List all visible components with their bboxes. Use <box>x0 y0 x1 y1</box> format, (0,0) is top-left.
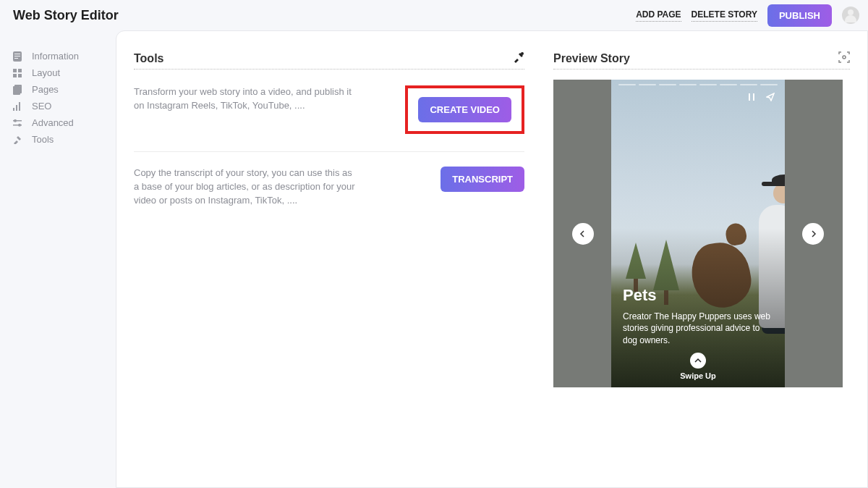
app-title: Web Story Editor <box>9 8 119 23</box>
layout-icon <box>12 69 23 77</box>
share-icon[interactable] <box>766 91 775 104</box>
transcript-desc: Copy the transcript of your story, you c… <box>134 167 358 208</box>
story-card[interactable]: Pets Creator The Happy Puppers uses web … <box>611 80 785 387</box>
svg-point-16 <box>14 119 17 122</box>
svg-point-17 <box>18 123 21 126</box>
svg-rect-5 <box>18 69 22 72</box>
preview-panel-title: Preview Story <box>553 52 630 65</box>
sidebar-item-advanced[interactable]: Advanced <box>7 114 116 131</box>
create-video-desc: Transform your web story into a video, a… <box>134 85 358 113</box>
tools-icon <box>12 135 23 144</box>
tool-row-transcript: Copy the transcript of your story, you c… <box>134 167 524 225</box>
sidebar-item-information[interactable]: Information <box>7 48 116 64</box>
transcript-button[interactable]: TRANSCRIPT <box>441 167 524 192</box>
preview-stage: Pets Creator The Happy Puppers uses web … <box>553 80 843 387</box>
preview-prev-button[interactable] <box>572 223 594 245</box>
sidebar-item-label: Pages <box>32 84 59 95</box>
sidebar-item-label: Advanced <box>32 117 74 128</box>
svg-rect-3 <box>14 58 18 59</box>
chevron-up-icon <box>690 353 706 369</box>
svg-point-18 <box>521 52 524 55</box>
content-area: Tools Transform your web story into a vi… <box>116 30 868 488</box>
delete-story-link[interactable]: DELETE STORY <box>692 9 757 22</box>
sidebar-item-label: SEO <box>32 101 51 112</box>
swipe-up[interactable]: Swipe Up <box>611 353 785 380</box>
publish-button[interactable]: PUBLISH <box>767 4 832 27</box>
swipe-up-label: Swipe Up <box>680 371 716 380</box>
pause-icon[interactable] <box>747 91 756 104</box>
tools-panel-header: Tools <box>134 51 524 70</box>
tools-panel-title: Tools <box>134 52 163 65</box>
story-heading: Pets <box>623 286 776 305</box>
header-actions: ADD PAGE DELETE STORY PUBLISH <box>636 4 859 27</box>
highlight-box: CREATE VIDEO <box>405 85 524 134</box>
tools-panel: Tools Transform your web story into a vi… <box>134 51 524 467</box>
svg-rect-4 <box>13 69 17 72</box>
chart-icon <box>12 102 23 111</box>
sliders-icon <box>12 119 23 127</box>
create-video-button[interactable]: CREATE VIDEO <box>418 97 511 122</box>
story-top-controls <box>747 91 775 104</box>
svg-rect-13 <box>19 102 20 111</box>
pages-icon <box>12 85 23 95</box>
svg-rect-12 <box>16 105 17 111</box>
sidebar-item-label: Tools <box>32 134 54 145</box>
tool-row-create-video: Transform your web story into a video, a… <box>134 85 524 152</box>
progress-bar <box>618 84 778 85</box>
wrench-icon <box>513 51 524 66</box>
scan-icon[interactable] <box>838 51 850 66</box>
sidebar: Information Layout Pages SEO Advanced <box>0 30 116 488</box>
svg-rect-11 <box>13 108 14 111</box>
svg-rect-7 <box>18 74 22 77</box>
sidebar-item-layout[interactable]: Layout <box>7 64 116 81</box>
story-text: Pets Creator The Happy Puppers uses web … <box>623 286 776 347</box>
svg-rect-10 <box>13 86 20 95</box>
sidebar-item-label: Information <box>32 51 79 62</box>
svg-rect-1 <box>14 54 20 54</box>
sidebar-item-tools[interactable]: Tools <box>7 131 116 148</box>
avatar[interactable] <box>842 7 859 24</box>
svg-rect-6 <box>13 74 17 77</box>
document-icon <box>12 51 23 62</box>
sidebar-item-label: Layout <box>32 67 60 78</box>
preview-panel-header: Preview Story <box>553 51 850 70</box>
svg-rect-2 <box>14 56 20 56</box>
story-subheading: Creator The Happy Puppers uses web stori… <box>623 311 776 347</box>
svg-point-19 <box>843 56 846 59</box>
preview-panel: Preview Story <box>553 51 850 467</box>
app-header: Web Story Editor ADD PAGE DELETE STORY P… <box>0 0 868 30</box>
add-page-link[interactable]: ADD PAGE <box>636 9 681 22</box>
preview-next-button[interactable] <box>802 223 824 245</box>
sidebar-item-seo[interactable]: SEO <box>7 98 116 114</box>
sidebar-item-pages[interactable]: Pages <box>7 81 116 98</box>
